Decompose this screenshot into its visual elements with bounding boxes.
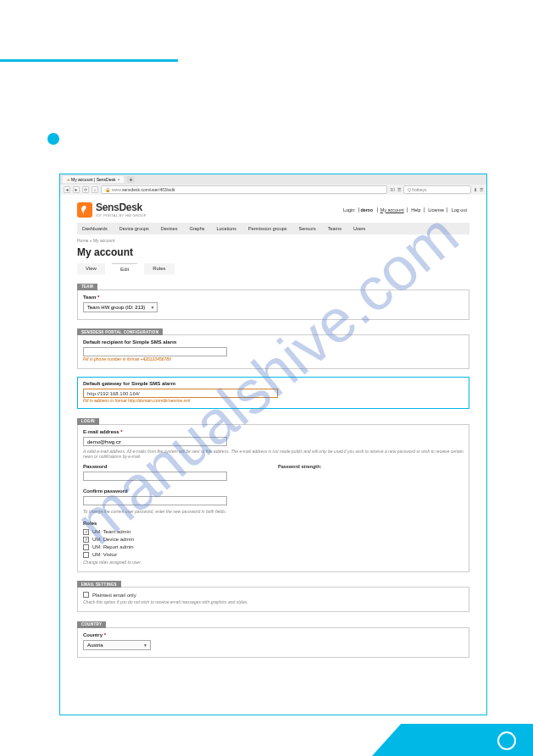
top-accent-line [0, 59, 178, 62]
email-settings-section-label: EMAIL SETTINGS [77, 581, 121, 588]
new-tab-button[interactable]: + [126, 176, 135, 183]
nav-permission-groups[interactable]: Permission groups [248, 226, 287, 231]
ssl-indicator: 90 [390, 187, 395, 192]
email-hint: A valid e-mail address. All e-mails from… [83, 449, 464, 459]
logout-link[interactable]: Log out [449, 207, 469, 212]
help-link[interactable]: Help [408, 207, 424, 212]
confirm-password-input[interactable] [83, 496, 227, 505]
role-team-admin[interactable]: ✓ UM: Team admin [83, 529, 464, 535]
address-bar: ◄ ► ⟳ ⌂ 🔒 www.sensdesk.com/user/403/edit… [60, 185, 486, 195]
sms-recipient-hint: Fill in phone number in format +42012345… [83, 356, 464, 361]
browser-tab-strip: ● My account | SensDesk × + [60, 174, 486, 185]
password-label: Password [83, 464, 227, 469]
tab-roles[interactable]: Roles [144, 263, 174, 274]
sms-recipient-input[interactable] [83, 347, 227, 356]
roles-list: ✓ UM: Team admin ✓ UM: Device admin UM: … [83, 529, 464, 558]
role-report-admin[interactable]: UM: Report admin [83, 544, 464, 550]
login-section-label: LOGIN [77, 418, 99, 425]
tab-favicon: ● [67, 177, 69, 182]
confirm-password-label: Confirm password [83, 488, 464, 494]
tab-close-icon[interactable]: × [117, 177, 119, 182]
email-input[interactable]: demo@hwg.cz [83, 437, 227, 446]
country-select[interactable]: Austria [83, 640, 151, 650]
tab-title: My account | SensDesk [71, 177, 115, 182]
nav-teams[interactable]: Teams [328, 226, 341, 231]
gateway-input[interactable]: http://192.168.100.164/ [83, 389, 278, 398]
nav-users[interactable]: Users [353, 226, 365, 231]
checkbox-icon[interactable] [83, 592, 89, 598]
section-sms-gateway: Default gateway for Simple SMS alarm htt… [77, 377, 469, 409]
logo-icon [77, 202, 92, 218]
section-login: LOGIN E-mail address * demo@hwg.cz A val… [77, 417, 469, 572]
country-section-label: COUNTRY [77, 621, 106, 628]
bullet-dot [47, 133, 59, 145]
subtabs: View Edit Roles [77, 263, 469, 274]
browser-search-input[interactable]: Q hotkeys [403, 185, 471, 194]
back-button[interactable]: ◄ [64, 186, 70, 193]
home-button[interactable]: ⌂ [92, 186, 98, 193]
country-label: Country * [83, 632, 464, 637]
reload-button[interactable]: ⟳ [82, 186, 89, 193]
password-hint: To change the current user password, ent… [83, 509, 464, 514]
page-content: SensDesk IOT PORTAL BY HW GROUP Login: d… [60, 195, 486, 683]
nav-sensors[interactable]: Sensors [299, 226, 316, 231]
portal-section-label: SENSDESК PORTAL CONFIGURATION [77, 328, 163, 335]
email-settings-hint: Check this option if you do not wish to … [83, 599, 464, 604]
plaintext-email-row[interactable]: Plaintext email only [83, 592, 464, 598]
main-nav: Dashboards Device groups Devices Graphs … [77, 223, 469, 235]
team-select[interactable]: Team HW group (ID: 213) [83, 302, 158, 312]
roles-label: Roles [83, 521, 464, 526]
menu-icon[interactable]: ☰ [480, 187, 483, 192]
email-label: E-mail address * [83, 429, 464, 434]
password-strength-label: Password strength: [278, 464, 321, 469]
role-visitor[interactable]: UM: Visitor [83, 552, 464, 558]
password-input[interactable] [83, 472, 227, 481]
browser-window: ● My account | SensDesk × + ◄ ► ⟳ ⌂ 🔒 ww… [59, 174, 487, 715]
checkbox-icon[interactable]: ✓ [83, 537, 89, 543]
section-portal-config: SENSDESК PORTAL CONFIGURATION Default re… [77, 328, 469, 370]
nav-devices[interactable]: Devices [161, 226, 178, 231]
team-section-label: TEAM [77, 284, 97, 290]
checkbox-icon[interactable] [83, 552, 89, 558]
top-links: Login: demo My account Help License Log … [338, 207, 469, 212]
checkbox-icon[interactable] [83, 544, 89, 550]
url-input[interactable]: 🔒 www.sensdesk.com/user/403/edit [101, 185, 387, 194]
brand-name: SensDesk [96, 201, 147, 213]
nav-device-groups[interactable]: Device groups [119, 226, 149, 231]
nav-dashboards[interactable]: Dashboards [82, 226, 108, 231]
section-email-settings: EMAIL SETTINGS Plaintext email only Chec… [77, 581, 469, 613]
team-label: Team * [83, 295, 464, 300]
reader-icon[interactable]: ☰ [397, 187, 401, 192]
browser-tab[interactable]: ● My account | SensDesk × [63, 176, 124, 183]
gateway-hint: Fill in address in format http://domain.… [83, 398, 464, 403]
brand-tagline: IOT PORTAL BY HW GROUP [96, 213, 147, 218]
roles-hint: Change roles assigned to user. [83, 560, 464, 565]
checkbox-icon[interactable]: ✓ [83, 529, 89, 535]
license-link[interactable]: License [425, 207, 447, 212]
sms-recipient-label: Default recipient for Simple SMS alarm [83, 339, 464, 345]
page-title: My account [77, 246, 469, 258]
login-info: Login: demo [338, 207, 378, 212]
breadcrumb: Home » My account [77, 238, 469, 243]
tab-view[interactable]: View [77, 263, 105, 274]
nav-locations[interactable]: Locations [216, 226, 236, 231]
section-team: TEAM Team * Team HW group (ID: 213) [77, 283, 469, 320]
site-logo[interactable]: SensDesk IOT PORTAL BY HW GROUP [77, 201, 147, 218]
gateway-label: Default gateway for Simple SMS alarm [83, 381, 464, 386]
footer-circle-icon [497, 731, 516, 750]
downloads-icon[interactable]: ⬇ [474, 187, 477, 192]
nav-graphs[interactable]: Graphs [189, 226, 204, 231]
tab-edit[interactable]: Edit [112, 263, 137, 274]
my-account-link[interactable]: My account [378, 207, 408, 212]
role-device-admin[interactable]: ✓ UM: Device admin [83, 537, 464, 543]
section-country: COUNTRY Country * Austria [77, 621, 469, 658]
forward-button[interactable]: ► [73, 186, 80, 193]
